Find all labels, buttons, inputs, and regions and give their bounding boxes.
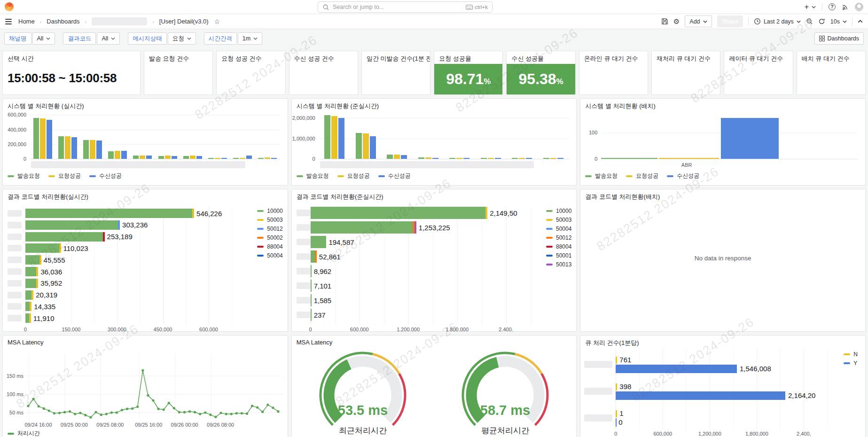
menu-toggle-icon[interactable]: [5, 19, 12, 24]
legend-item[interactable]: 50003: [257, 215, 282, 224]
legend-item[interactable]: 처리시간: [8, 429, 40, 437]
new-menu-button[interactable]: +: [805, 3, 816, 11]
filter-value-msgstate[interactable]: 요청: [168, 32, 196, 45]
bar: [311, 265, 312, 277]
data-point: [63, 411, 66, 414]
x-axis-label: 09/25 00:00: [61, 422, 88, 428]
panel-sys-realtime: 시스템 별 처리현황 (실시간)0200,000400,000600,000발송…: [2, 98, 288, 186]
legend-item[interactable]: N: [844, 350, 858, 359]
legend-item[interactable]: 88004: [257, 242, 282, 251]
bar-value-label: 194,587: [328, 238, 354, 246]
legend-item[interactable]: 요청성공: [48, 172, 81, 180]
filter-value-channel[interactable]: All: [32, 32, 55, 45]
time-range-picker[interactable]: Last 2 days: [754, 18, 801, 25]
filter-value-resultcode[interactable]: All: [97, 32, 120, 45]
legend-swatch: [546, 246, 553, 248]
x-axis-label: 0: [24, 327, 27, 332]
category-label-redacted: [8, 210, 22, 217]
legend-item[interactable]: 50003: [546, 215, 571, 224]
refresh-interval-label: 10s: [830, 18, 840, 25]
legend-item[interactable]: Y: [844, 359, 858, 367]
bar: [311, 250, 315, 263]
legend-label: 50003: [267, 217, 282, 223]
breadcrumb-home[interactable]: Home: [18, 18, 35, 25]
filter-label-resultcode[interactable]: 결과코드: [63, 32, 96, 45]
legend-swatch: [297, 175, 303, 177]
bar-value-label: 20,319: [36, 291, 57, 299]
breadcrumb-dashboards[interactable]: Dashboards: [47, 18, 79, 25]
add-button[interactable]: Add: [685, 16, 712, 27]
legend-item[interactable]: 50013: [546, 260, 571, 269]
legend-label: 50003: [556, 217, 571, 223]
data-point: [38, 405, 40, 407]
legend-item[interactable]: 50012: [257, 224, 282, 233]
collapse-toolbar-icon[interactable]: [858, 20, 863, 23]
legend-item[interactable]: 발송요청: [8, 172, 40, 180]
panel-codes-realtime: 결과 코드별 처리현황(실시간)0150,000300,000450,00060…: [2, 189, 288, 332]
filter-label-channel[interactable]: 채널명: [4, 32, 31, 45]
time-range-label: Last 2 days: [764, 18, 794, 25]
legend-item[interactable]: 요청성공: [626, 172, 658, 180]
legend-item[interactable]: 발송요청: [585, 172, 618, 180]
legend-swatch: [8, 175, 14, 177]
legend-item[interactable]: 요청성공: [337, 172, 370, 180]
bar: [240, 158, 245, 159]
stat-panel: 배치 큐 대기 건수: [797, 51, 866, 95]
legend-item[interactable]: 수신성공: [667, 172, 699, 180]
stat-value: 98.71%: [434, 64, 502, 94]
legend-label: 10000: [556, 208, 571, 214]
category-label-redacted: [8, 257, 22, 263]
y-axis-label: 600,000: [3, 112, 26, 117]
legend-item[interactable]: 발송요청: [297, 172, 329, 180]
breadcrumb-redacted-folder[interactable]: [92, 17, 147, 25]
panel-title: 시스템 별 처리현황 (배치): [580, 99, 865, 110]
bar-value-label: 1: [619, 409, 623, 417]
panel-codes-semirt: 결과 코드별 처리현황(준실시간)0600,0001,200,0001,800,…: [291, 189, 577, 332]
legend-item[interactable]: 수신성공: [378, 172, 411, 180]
settings-gear-icon[interactable]: ⚙: [673, 17, 680, 26]
bar-value-label: 761: [619, 356, 631, 364]
legend-item[interactable]: 50001: [546, 251, 571, 260]
category-label-redacted: [8, 268, 22, 275]
chart-legend: 발송요청요청성공수신성공: [8, 172, 122, 180]
share-button[interactable]: Share: [717, 16, 743, 27]
legend-item[interactable]: 50004: [546, 224, 571, 233]
legend-item[interactable]: 수신성공: [89, 172, 122, 180]
legend-swatch: [257, 255, 264, 257]
help-icon[interactable]: ?: [829, 3, 836, 10]
data-point: [163, 408, 165, 411]
legend-item[interactable]: 88004: [546, 242, 571, 251]
legend-item[interactable]: 10000: [257, 206, 282, 215]
filter-value-interval[interactable]: 1m: [238, 32, 262, 45]
category-label-redacted: [297, 239, 311, 245]
dashboards-button-label: Dashboards: [828, 35, 859, 42]
filter-label-interval[interactable]: 시간간격: [204, 32, 237, 45]
category-label-redacted: [8, 292, 22, 298]
grafana-logo-icon[interactable]: [5, 2, 14, 11]
refresh-icon[interactable]: [818, 18, 825, 25]
avatar[interactable]: [855, 3, 863, 11]
legend-item[interactable]: 50002: [257, 233, 282, 242]
legend-item[interactable]: 50004: [257, 251, 282, 260]
zoom-out-icon[interactable]: [806, 18, 813, 25]
save-icon[interactable]: [661, 18, 668, 25]
star-icon[interactable]: ☆: [214, 18, 220, 25]
news-icon[interactable]: [842, 3, 849, 10]
dashboards-button[interactable]: Dashboards: [814, 32, 864, 45]
filter-label-msgstate[interactable]: 메시지상태: [128, 32, 167, 45]
chart-legend: 100005000350012500028800450004: [257, 206, 282, 260]
search-input[interactable]: Search or jump to... ctrl+k: [318, 1, 493, 13]
legend-item[interactable]: 50012: [546, 233, 571, 242]
data-point: [219, 412, 222, 414]
refresh-interval-picker[interactable]: 10s: [830, 18, 847, 25]
bar: [58, 136, 64, 159]
stat-unit: %: [556, 77, 563, 86]
x-axis-label: 09/25 08:00: [96, 422, 124, 428]
legend-item[interactable]: 10000: [546, 206, 571, 215]
gridline: [30, 115, 280, 115]
filter-value-text: 요청: [172, 35, 184, 43]
gridline: [30, 130, 280, 130]
gridline: [30, 159, 280, 159]
data-point: [100, 414, 102, 416]
legend-swatch: [8, 433, 14, 435]
